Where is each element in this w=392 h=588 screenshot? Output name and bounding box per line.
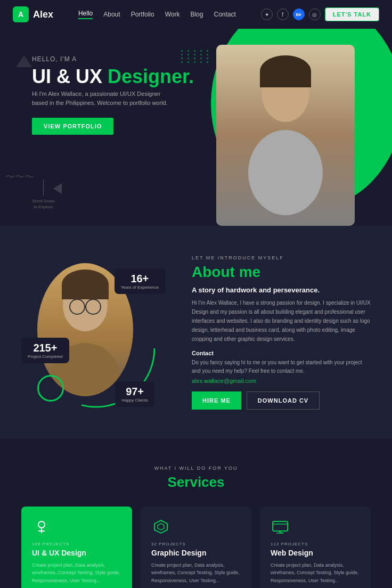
uiux-desc: Create project plan, Data analysis, wire… bbox=[32, 561, 121, 584]
behance-icon[interactable]: Bē bbox=[293, 9, 305, 20]
hero-sub-label: HELLO, I'M A bbox=[32, 55, 194, 63]
green-ring-decoration bbox=[37, 375, 64, 402]
about-subtitle: A story of hardwork and perseverance. bbox=[192, 286, 371, 294]
stat-clients-num: 97+ bbox=[121, 386, 148, 398]
nav-social: ✦ f Bē ◎ LET'S TALK bbox=[261, 7, 379, 21]
service-web-card[interactable]: 112 PROJECTS Web Design Create project p… bbox=[260, 507, 371, 588]
nav-contact[interactable]: Contact bbox=[214, 11, 235, 18]
stat-exp-label: Years of Experience bbox=[121, 285, 159, 290]
nav-hello[interactable]: Hello bbox=[78, 10, 93, 19]
about-description: Hi I'm Alex Wallace, I have a strong pas… bbox=[192, 298, 371, 344]
stat-projects-badge: 215+ Project Completed bbox=[21, 338, 69, 363]
service-uiux-card[interactable]: 199 PROJECTS UI & UX Design Create proje… bbox=[21, 507, 132, 588]
graphic-count: 32 PROJECTS bbox=[151, 542, 241, 546]
graphic-icon bbox=[151, 517, 170, 536]
hero-content: HELLO, I'M A UI & UX Designer. Hi I'm Al… bbox=[32, 55, 194, 135]
about-buttons: HIRE ME DOWNLOAD CV bbox=[192, 391, 371, 410]
web-count: 112 PROJECTS bbox=[271, 542, 360, 546]
web-icon bbox=[271, 517, 290, 536]
logo-icon: A bbox=[13, 6, 29, 22]
svg-marker-15 bbox=[154, 520, 167, 533]
hire-me-button[interactable]: HIRE ME bbox=[192, 391, 241, 410]
hero-photo-sim bbox=[216, 45, 355, 226]
hero-title: UI & UX Designer. bbox=[32, 66, 194, 87]
nav-blog[interactable]: Blog bbox=[190, 11, 203, 18]
hero-title-highlight: Designer. bbox=[108, 66, 194, 87]
scroll-hint: Scroll Downto Explore bbox=[32, 179, 55, 210]
deco-wave-icon: 〜〜〜 bbox=[5, 170, 34, 183]
download-cv-button[interactable]: DOWNLOAD CV bbox=[247, 391, 320, 410]
instagram2-icon[interactable]: ◎ bbox=[309, 9, 321, 20]
stat-exp-num: 16+ bbox=[121, 273, 159, 285]
hero-title-plain: UI & UX bbox=[32, 66, 108, 87]
hero-image bbox=[211, 29, 360, 226]
scroll-line bbox=[43, 179, 44, 195]
stat-clients-label: Happy Clients bbox=[121, 398, 148, 403]
web-name: Web Design bbox=[271, 549, 360, 557]
graphic-name: Graphic Design bbox=[151, 549, 241, 557]
stat-proj-label: Project Completed bbox=[28, 354, 63, 359]
hero-person-photo bbox=[216, 45, 355, 226]
hero-section: 〜〜〜 HELLO, I'M A UI & UX Designer. Hi I'… bbox=[0, 29, 392, 226]
uiux-count: 199 PROJECTS bbox=[32, 542, 121, 546]
services-section-label: WHAT I WILL DO FOR YOU bbox=[21, 466, 371, 471]
logo[interactable]: A Alex bbox=[13, 6, 53, 22]
services-section: WHAT I WILL DO FOR YOU Services 199 PROJ… bbox=[0, 439, 392, 588]
facebook-icon[interactable]: f bbox=[277, 9, 289, 20]
stat-clients-badge: 97+ Happy Clients bbox=[115, 381, 154, 407]
nav-about[interactable]: About bbox=[103, 11, 120, 18]
services-title: Services bbox=[21, 474, 371, 491]
about-email: alex.wallace@gmail.com bbox=[192, 378, 371, 384]
svg-rect-3 bbox=[260, 71, 311, 87]
svg-marker-16 bbox=[158, 524, 164, 530]
svg-rect-17 bbox=[273, 521, 288, 531]
about-contact-label: Contact bbox=[192, 350, 371, 356]
about-right: LET ME INTRODUCE MYSELF About me A story… bbox=[192, 255, 371, 410]
about-section: 16+ Years of Experience 215+ Project Com… bbox=[0, 226, 392, 439]
brand-name: Alex bbox=[33, 9, 53, 20]
view-portfolio-button[interactable]: VIEW PORTFOLIO bbox=[32, 118, 113, 135]
lets-talk-button[interactable]: LET'S TALK bbox=[325, 7, 379, 21]
instagram-icon[interactable]: ✦ bbox=[261, 9, 273, 20]
about-section-label: LET ME INTRODUCE MYSELF bbox=[192, 255, 371, 260]
hero-description: Hi I'm Alex Wallace, a passionate UI/UX … bbox=[32, 89, 170, 108]
stat-proj-num: 215+ bbox=[28, 342, 63, 354]
navbar: A Alex Hello About Portfolio Work Blog C… bbox=[0, 0, 392, 29]
service-graphic-card[interactable]: 32 PROJECTS Graphic Design Create projec… bbox=[141, 507, 251, 588]
deco-triangle-icon bbox=[16, 55, 32, 67]
svg-point-1 bbox=[248, 130, 323, 215]
about-title: About me bbox=[192, 264, 371, 281]
nav-links: Hello About Portfolio Work Blog Contact bbox=[78, 10, 236, 19]
web-desc: Create project plan, Data analysis, wire… bbox=[271, 561, 360, 584]
nav-portfolio[interactable]: Portfolio bbox=[131, 11, 154, 18]
uiux-name: UI & UX Design bbox=[32, 549, 121, 557]
scroll-text: Scroll Downto Explore bbox=[32, 199, 55, 210]
graphic-desc: Create project plan, Data analysis, wire… bbox=[151, 561, 241, 584]
nav-work[interactable]: Work bbox=[165, 11, 180, 18]
person-silhouette-svg bbox=[232, 55, 339, 215]
svg-point-12 bbox=[38, 521, 45, 528]
uiux-icon bbox=[32, 517, 51, 536]
about-left: 16+ Years of Experience 215+ Project Com… bbox=[21, 252, 170, 412]
about-contact-desc: Do you fancy saying hi to me or you want… bbox=[192, 358, 371, 375]
services-grid: 199 PROJECTS UI & UX Design Create proje… bbox=[21, 507, 371, 588]
stat-experience-badge: 16+ Years of Experience bbox=[115, 268, 165, 294]
svg-rect-8 bbox=[62, 284, 109, 299]
